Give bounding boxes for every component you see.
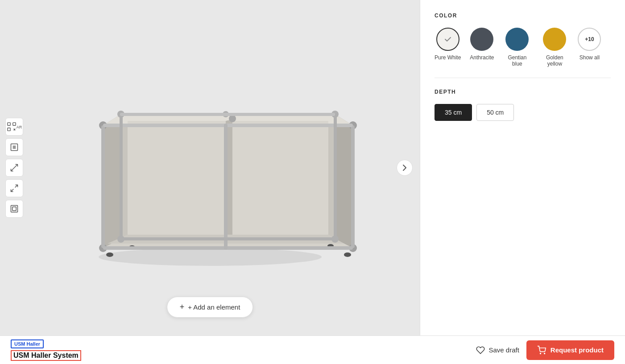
gentian-blue-label: Gentian blue <box>503 54 531 67</box>
dimension-button[interactable] <box>5 159 23 177</box>
color-option-show-all[interactable]: +10 Show all <box>578 28 601 61</box>
anthracite-label: Anthracite <box>470 54 494 61</box>
svg-line-7 <box>11 165 18 171</box>
bottom-bar: USM Haller USM Haller System Save draft … <box>0 335 625 364</box>
svg-rect-45 <box>120 113 335 116</box>
svg-rect-1 <box>12 123 15 125</box>
product-name: USM Haller System <box>11 350 81 361</box>
pure-white-swatch[interactable] <box>436 28 459 51</box>
color-option-golden-yellow[interactable]: Golden yellow <box>540 28 569 67</box>
add-element-label: + Add an element <box>188 303 240 311</box>
svg-point-48 <box>540 353 541 354</box>
gentian-blue-swatch[interactable] <box>505 28 529 51</box>
golden-yellow-swatch[interactable] <box>543 28 566 51</box>
svg-point-34 <box>229 115 236 122</box>
color-options-container: Pure White Anthracite Gentian blue Golde… <box>435 28 611 67</box>
show-all-count: +10 <box>585 36 594 42</box>
color-label: COLOR <box>435 12 611 19</box>
save-draft-button[interactable]: Save draft <box>476 346 519 355</box>
brand-tag: USM Haller <box>11 339 44 348</box>
request-product-label: Request product <box>550 346 604 354</box>
svg-rect-39 <box>101 125 105 248</box>
svg-point-36 <box>344 252 351 257</box>
color-option-gentian-blue[interactable]: Gentian blue <box>503 28 531 67</box>
svg-rect-43 <box>120 114 123 239</box>
svg-rect-47 <box>120 237 335 240</box>
cart-icon <box>537 346 546 355</box>
depth-section: DEPTH 35 cm 50 cm <box>435 89 611 121</box>
frame-button[interactable] <box>5 200 23 218</box>
golden-yellow-label: Golden yellow <box>540 54 569 67</box>
plus-icon: + <box>180 302 185 312</box>
anthracite-swatch[interactable] <box>470 28 493 51</box>
show-all-label: Show all <box>579 54 600 61</box>
svg-rect-42 <box>103 246 353 250</box>
add-element-button[interactable]: + + Add an element <box>167 297 253 318</box>
depth-options-container: 35 cm 50 cm <box>435 104 611 121</box>
next-arrow-button[interactable] <box>397 160 413 176</box>
ar-label: AR <box>17 125 22 129</box>
product-viewer: AR <box>0 0 420 335</box>
color-option-anthracite[interactable]: Anthracite <box>470 28 494 61</box>
expand-button[interactable] <box>5 179 23 197</box>
svg-line-12 <box>15 185 18 188</box>
save-draft-label: Save draft <box>488 346 519 354</box>
svg-line-13 <box>11 189 14 192</box>
depth-50cm-button[interactable]: 50 cm <box>476 104 514 121</box>
svg-marker-19 <box>335 114 353 248</box>
divider-1 <box>435 78 611 78</box>
svg-rect-44 <box>334 114 337 239</box>
svg-rect-41 <box>103 124 353 127</box>
pure-white-label: Pure White <box>435 54 461 61</box>
request-product-button[interactable]: Request product <box>526 340 614 360</box>
left-toolbar: AR <box>5 118 23 218</box>
show-all-swatch[interactable]: +10 <box>578 28 601 51</box>
svg-rect-2 <box>8 128 10 131</box>
svg-rect-46 <box>224 124 228 250</box>
svg-rect-40 <box>351 125 355 248</box>
heart-icon <box>476 346 485 355</box>
svg-rect-14 <box>11 206 18 212</box>
config-panel: COLOR Pure White Anthracite <box>420 0 625 335</box>
svg-point-49 <box>544 353 545 354</box>
bottom-actions: Save draft Request product <box>476 340 614 360</box>
list-button[interactable] <box>5 138 23 156</box>
product-3d-view <box>0 0 420 335</box>
svg-rect-0 <box>8 123 10 125</box>
svg-marker-18 <box>103 114 121 248</box>
ar-button[interactable]: AR <box>5 118 23 136</box>
svg-rect-15 <box>12 207 16 211</box>
depth-label: DEPTH <box>435 89 611 95</box>
color-section: COLOR Pure White Anthracite <box>435 12 611 67</box>
color-option-pure-white[interactable]: Pure White <box>435 28 461 61</box>
depth-35cm-button[interactable]: 35 cm <box>435 104 472 121</box>
brand-info: USM Haller USM Haller System <box>11 339 81 361</box>
svg-point-16 <box>99 248 322 266</box>
svg-point-35 <box>106 252 113 257</box>
